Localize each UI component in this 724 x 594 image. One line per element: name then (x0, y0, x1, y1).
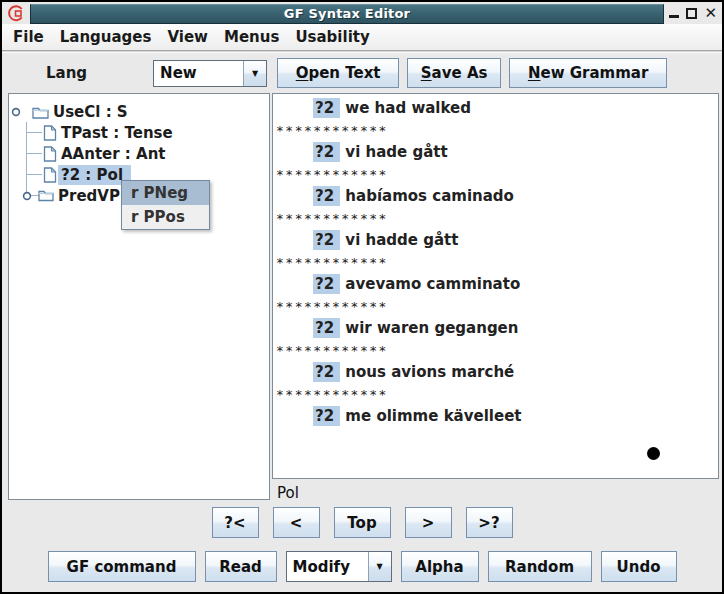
syntax-tree-panel: UseCl : S TPast : Tense AAnter : Ant ?2 … (8, 93, 270, 500)
gf-logo-icon (2, 2, 30, 24)
modify-combobox[interactable]: Modify ▼ (286, 551, 392, 582)
top-button[interactable]: Top (334, 507, 391, 538)
toolbar: Lang New ▼ Open Text Save As New Grammar (2, 53, 722, 93)
lang-combobox[interactable]: New ▼ (153, 60, 267, 87)
lang-label: Lang (46, 64, 87, 82)
focus-token[interactable]: ?2 (313, 362, 340, 382)
sentence-line: ?2 nous avions marché (273, 361, 718, 383)
alpha-button[interactable]: Alpha (401, 551, 479, 582)
sentence-line: ?2 we had walked (273, 97, 718, 119)
separator-line: ************ (273, 339, 718, 361)
separator-line: ************ (273, 207, 718, 229)
document-icon (43, 146, 57, 162)
tree-node-tpast[interactable]: TPast : Tense (9, 122, 269, 143)
prev-question-button[interactable]: ?< (212, 507, 259, 538)
status-text: Pol (272, 484, 299, 502)
minimize-icon[interactable] (669, 6, 679, 20)
menu-usability[interactable]: Usability (287, 28, 377, 46)
tree-node-label: TPast : Tense (61, 124, 173, 142)
maximize-icon[interactable] (686, 8, 697, 19)
chevron-down-icon[interactable]: ▼ (243, 61, 266, 86)
linearizations-panel[interactable]: ?2 we had walked************?2 vi hade g… (272, 93, 719, 479)
focus-dot-icon (647, 447, 660, 460)
sentence-line: ?2 habíamos caminado (273, 185, 718, 207)
status-bar: Pol (272, 481, 719, 505)
close-icon[interactable]: ✕ (704, 6, 717, 20)
action-row: GF command Read Modify ▼ Alpha Random Un… (2, 551, 722, 582)
focus-token[interactable]: ?2 (313, 406, 340, 426)
modify-combobox-value: Modify (287, 552, 368, 581)
linearization-lines: ?2 we had walked************?2 vi hade g… (273, 97, 718, 427)
gf-command-button[interactable]: GF command (48, 551, 196, 582)
sentence-text: vi hadde gått (340, 231, 458, 249)
sentence-line: ?2 me olimme kävelleet (273, 405, 718, 427)
sentence-line: ?2 vi hadde gått (273, 229, 718, 251)
window-controls: ✕ (664, 2, 722, 24)
app-window: GF Syntax Editor ✕ File Languages View M… (0, 0, 724, 594)
menu-menus[interactable]: Menus (216, 28, 287, 46)
chevron-down-icon[interactable]: ▼ (368, 552, 391, 581)
sentence-text: avevamo camminato (340, 275, 520, 293)
focus-token[interactable]: ?2 (313, 318, 340, 338)
sentence-text: me olimme kävelleet (340, 407, 521, 425)
popup-item-ppos[interactable]: r PPos (122, 205, 209, 229)
popup-item-pneg[interactable]: r PNeg (122, 181, 209, 205)
menu-view[interactable]: View (159, 28, 216, 46)
tree-node-label: UseCl : S (53, 103, 128, 121)
folder-open-icon (32, 105, 49, 119)
separator-line: ************ (273, 163, 718, 185)
sentence-text: habíamos caminado (340, 187, 514, 205)
random-button[interactable]: Random (488, 551, 592, 582)
title-bar[interactable]: GF Syntax Editor (30, 4, 664, 24)
save-as-button[interactable]: Save As (407, 58, 501, 88)
read-button[interactable]: Read (205, 551, 277, 582)
prev-button[interactable]: < (273, 507, 320, 538)
tree-node-label: PredVP (58, 187, 120, 205)
separator-line: ************ (273, 295, 718, 317)
document-icon (43, 167, 57, 183)
focus-token[interactable]: ?2 (313, 230, 340, 250)
tree-node-usecl[interactable]: UseCl : S (9, 101, 269, 122)
lang-combobox-value: New (154, 61, 243, 86)
document-icon (43, 125, 57, 141)
new-grammar-button[interactable]: New Grammar (509, 58, 667, 88)
focus-token[interactable]: ?2 (313, 274, 340, 294)
separator-line: ************ (273, 251, 718, 273)
sentence-text: wir waren gegangen (340, 319, 518, 337)
focus-token[interactable]: ?2 (313, 142, 340, 162)
tree-node-label: AAnter : Ant (61, 145, 166, 163)
folder-closed-icon (38, 189, 54, 202)
focus-token[interactable]: ?2 (313, 186, 340, 206)
sentence-text: vi hade gått (340, 143, 448, 161)
titlebar-row: GF Syntax Editor ✕ (2, 2, 722, 24)
sentence-line: ?2 avevamo camminato (273, 273, 718, 295)
navigation-row: ?< < Top > >? (2, 507, 722, 538)
open-text-button[interactable]: Open Text (277, 58, 399, 88)
window-title: GF Syntax Editor (284, 6, 410, 21)
undo-button[interactable]: Undo (601, 551, 677, 582)
sentence-text: we had walked (340, 99, 471, 117)
tree-collapse-handle-icon[interactable] (22, 191, 32, 201)
menu-bar: File Languages View Menus Usability (2, 24, 722, 50)
sentence-line: ?2 vi hade gått (273, 141, 718, 163)
focus-token[interactable]: ?2 (313, 98, 340, 118)
menu-languages[interactable]: Languages (52, 28, 160, 46)
refinement-popup-menu: r PNeg r PPos (121, 180, 210, 230)
sentence-line: ?2 wir waren gegangen (273, 317, 718, 339)
menu-file[interactable]: File (5, 28, 52, 46)
next-button[interactable]: > (405, 507, 452, 538)
tree-expand-handle-icon[interactable] (11, 107, 21, 117)
sentence-text: nous avions marché (340, 363, 514, 381)
separator-line: ************ (273, 119, 718, 141)
tree-node-aanter[interactable]: AAnter : Ant (9, 143, 269, 164)
separator-line: ************ (273, 383, 718, 405)
next-question-button[interactable]: >? (466, 507, 513, 538)
